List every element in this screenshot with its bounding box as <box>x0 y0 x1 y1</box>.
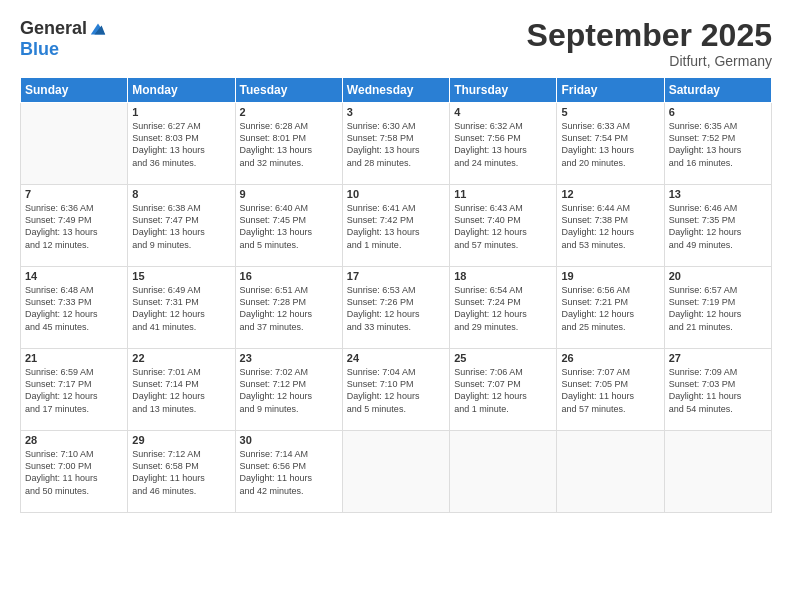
logo-blue-text: Blue <box>20 39 59 59</box>
logo-icon <box>89 20 107 38</box>
day-number: 19 <box>561 270 659 282</box>
day-info: Sunrise: 6:59 AM Sunset: 7:17 PM Dayligh… <box>25 366 123 415</box>
calendar-cell: 6Sunrise: 6:35 AM Sunset: 7:52 PM Daylig… <box>664 103 771 185</box>
day-header-wednesday: Wednesday <box>342 78 449 103</box>
day-number: 20 <box>669 270 767 282</box>
calendar-cell: 13Sunrise: 6:46 AM Sunset: 7:35 PM Dayli… <box>664 185 771 267</box>
calendar-cell: 12Sunrise: 6:44 AM Sunset: 7:38 PM Dayli… <box>557 185 664 267</box>
day-info: Sunrise: 6:36 AM Sunset: 7:49 PM Dayligh… <box>25 202 123 251</box>
day-info: Sunrise: 6:46 AM Sunset: 7:35 PM Dayligh… <box>669 202 767 251</box>
day-info: Sunrise: 7:12 AM Sunset: 6:58 PM Dayligh… <box>132 448 230 497</box>
week-row-1: 7Sunrise: 6:36 AM Sunset: 7:49 PM Daylig… <box>21 185 772 267</box>
day-number: 8 <box>132 188 230 200</box>
day-info: Sunrise: 6:57 AM Sunset: 7:19 PM Dayligh… <box>669 284 767 333</box>
day-info: Sunrise: 6:30 AM Sunset: 7:58 PM Dayligh… <box>347 120 445 169</box>
day-number: 30 <box>240 434 338 446</box>
day-info: Sunrise: 6:44 AM Sunset: 7:38 PM Dayligh… <box>561 202 659 251</box>
logo-general-text: General <box>20 18 87 39</box>
calendar-cell: 11Sunrise: 6:43 AM Sunset: 7:40 PM Dayli… <box>450 185 557 267</box>
calendar-cell: 8Sunrise: 6:38 AM Sunset: 7:47 PM Daylig… <box>128 185 235 267</box>
day-number: 13 <box>669 188 767 200</box>
day-info: Sunrise: 7:09 AM Sunset: 7:03 PM Dayligh… <box>669 366 767 415</box>
day-number: 17 <box>347 270 445 282</box>
calendar-cell: 2Sunrise: 6:28 AM Sunset: 8:01 PM Daylig… <box>235 103 342 185</box>
logo: General Blue <box>20 18 107 60</box>
day-number: 26 <box>561 352 659 364</box>
header: General Blue September 2025 Ditfurt, Ger… <box>20 18 772 69</box>
day-info: Sunrise: 7:07 AM Sunset: 7:05 PM Dayligh… <box>561 366 659 415</box>
day-number: 1 <box>132 106 230 118</box>
calendar-cell: 16Sunrise: 6:51 AM Sunset: 7:28 PM Dayli… <box>235 267 342 349</box>
day-number: 23 <box>240 352 338 364</box>
calendar-cell: 22Sunrise: 7:01 AM Sunset: 7:14 PM Dayli… <box>128 349 235 431</box>
calendar-header-row: SundayMondayTuesdayWednesdayThursdayFrid… <box>21 78 772 103</box>
calendar-cell: 10Sunrise: 6:41 AM Sunset: 7:42 PM Dayli… <box>342 185 449 267</box>
calendar-cell: 21Sunrise: 6:59 AM Sunset: 7:17 PM Dayli… <box>21 349 128 431</box>
day-info: Sunrise: 6:41 AM Sunset: 7:42 PM Dayligh… <box>347 202 445 251</box>
calendar-cell: 30Sunrise: 7:14 AM Sunset: 6:56 PM Dayli… <box>235 431 342 513</box>
calendar-cell: 29Sunrise: 7:12 AM Sunset: 6:58 PM Dayli… <box>128 431 235 513</box>
day-info: Sunrise: 6:53 AM Sunset: 7:26 PM Dayligh… <box>347 284 445 333</box>
calendar-cell: 17Sunrise: 6:53 AM Sunset: 7:26 PM Dayli… <box>342 267 449 349</box>
week-row-2: 14Sunrise: 6:48 AM Sunset: 7:33 PM Dayli… <box>21 267 772 349</box>
day-number: 10 <box>347 188 445 200</box>
day-header-sunday: Sunday <box>21 78 128 103</box>
day-info: Sunrise: 6:43 AM Sunset: 7:40 PM Dayligh… <box>454 202 552 251</box>
day-header-friday: Friday <box>557 78 664 103</box>
calendar-cell: 14Sunrise: 6:48 AM Sunset: 7:33 PM Dayli… <box>21 267 128 349</box>
day-info: Sunrise: 6:28 AM Sunset: 8:01 PM Dayligh… <box>240 120 338 169</box>
day-number: 24 <box>347 352 445 364</box>
page: General Blue September 2025 Ditfurt, Ger… <box>0 0 792 612</box>
day-number: 3 <box>347 106 445 118</box>
day-info: Sunrise: 6:27 AM Sunset: 8:03 PM Dayligh… <box>132 120 230 169</box>
calendar-cell <box>664 431 771 513</box>
day-info: Sunrise: 6:35 AM Sunset: 7:52 PM Dayligh… <box>669 120 767 169</box>
week-row-3: 21Sunrise: 6:59 AM Sunset: 7:17 PM Dayli… <box>21 349 772 431</box>
day-number: 28 <box>25 434 123 446</box>
calendar-cell: 1Sunrise: 6:27 AM Sunset: 8:03 PM Daylig… <box>128 103 235 185</box>
calendar-cell: 24Sunrise: 7:04 AM Sunset: 7:10 PM Dayli… <box>342 349 449 431</box>
day-info: Sunrise: 6:33 AM Sunset: 7:54 PM Dayligh… <box>561 120 659 169</box>
day-number: 5 <box>561 106 659 118</box>
calendar-cell: 25Sunrise: 7:06 AM Sunset: 7:07 PM Dayli… <box>450 349 557 431</box>
calendar-cell: 7Sunrise: 6:36 AM Sunset: 7:49 PM Daylig… <box>21 185 128 267</box>
calendar-cell <box>557 431 664 513</box>
day-header-monday: Monday <box>128 78 235 103</box>
day-header-tuesday: Tuesday <box>235 78 342 103</box>
day-number: 7 <box>25 188 123 200</box>
day-number: 25 <box>454 352 552 364</box>
day-info: Sunrise: 6:32 AM Sunset: 7:56 PM Dayligh… <box>454 120 552 169</box>
title-block: September 2025 Ditfurt, Germany <box>527 18 772 69</box>
day-info: Sunrise: 7:10 AM Sunset: 7:00 PM Dayligh… <box>25 448 123 497</box>
calendar-cell: 9Sunrise: 6:40 AM Sunset: 7:45 PM Daylig… <box>235 185 342 267</box>
day-info: Sunrise: 6:38 AM Sunset: 7:47 PM Dayligh… <box>132 202 230 251</box>
day-number: 14 <box>25 270 123 282</box>
calendar-cell <box>450 431 557 513</box>
day-number: 4 <box>454 106 552 118</box>
day-info: Sunrise: 7:06 AM Sunset: 7:07 PM Dayligh… <box>454 366 552 415</box>
day-info: Sunrise: 6:56 AM Sunset: 7:21 PM Dayligh… <box>561 284 659 333</box>
calendar-cell: 26Sunrise: 7:07 AM Sunset: 7:05 PM Dayli… <box>557 349 664 431</box>
calendar-cell: 4Sunrise: 6:32 AM Sunset: 7:56 PM Daylig… <box>450 103 557 185</box>
day-info: Sunrise: 6:54 AM Sunset: 7:24 PM Dayligh… <box>454 284 552 333</box>
day-info: Sunrise: 6:51 AM Sunset: 7:28 PM Dayligh… <box>240 284 338 333</box>
month-title: September 2025 <box>527 18 772 53</box>
calendar-cell: 15Sunrise: 6:49 AM Sunset: 7:31 PM Dayli… <box>128 267 235 349</box>
day-number: 12 <box>561 188 659 200</box>
day-number: 15 <box>132 270 230 282</box>
calendar-cell: 27Sunrise: 7:09 AM Sunset: 7:03 PM Dayli… <box>664 349 771 431</box>
day-number: 2 <box>240 106 338 118</box>
day-number: 21 <box>25 352 123 364</box>
day-header-thursday: Thursday <box>450 78 557 103</box>
day-number: 18 <box>454 270 552 282</box>
calendar-cell: 20Sunrise: 6:57 AM Sunset: 7:19 PM Dayli… <box>664 267 771 349</box>
day-info: Sunrise: 6:49 AM Sunset: 7:31 PM Dayligh… <box>132 284 230 333</box>
calendar-cell: 23Sunrise: 7:02 AM Sunset: 7:12 PM Dayli… <box>235 349 342 431</box>
day-number: 16 <box>240 270 338 282</box>
calendar-cell: 19Sunrise: 6:56 AM Sunset: 7:21 PM Dayli… <box>557 267 664 349</box>
day-number: 9 <box>240 188 338 200</box>
day-info: Sunrise: 7:02 AM Sunset: 7:12 PM Dayligh… <box>240 366 338 415</box>
day-number: 11 <box>454 188 552 200</box>
day-number: 29 <box>132 434 230 446</box>
location: Ditfurt, Germany <box>527 53 772 69</box>
